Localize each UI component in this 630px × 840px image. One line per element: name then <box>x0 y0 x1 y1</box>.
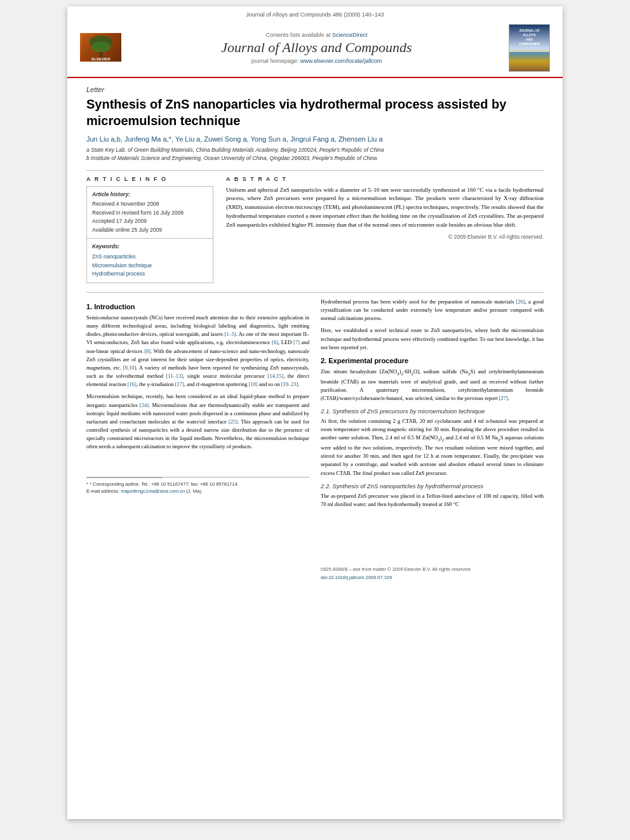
sub2-title: 2.2. Synthesis of ZnS nanoparticles by h… <box>321 483 544 490</box>
letter-label: Letter <box>86 86 544 93</box>
email-line: E-mail address: majunfengc1ma@sina.com.c… <box>86 488 309 495</box>
header-content: ELSEVIER Contents lists available at Sci… <box>80 22 550 77</box>
issn-line: 0925-8388/$ – see front matter © 2009 El… <box>321 566 544 573</box>
ref-9-10: [9,10] <box>123 364 137 371</box>
divider <box>86 170 544 171</box>
experimental-number: 2. <box>321 357 326 364</box>
homepage-url[interactable]: www.elsevier.com/locate/jallcom <box>300 58 382 64</box>
email-label: E-mail address: <box>86 488 119 494</box>
copyright-line: © 2009 Elsevier B.V. All rights reserved… <box>226 234 544 240</box>
cover-image: JOURNAL OFALLOYSANDCOMPOUNDS <box>509 24 550 72</box>
main-body: 1. Introduction Semiconductor nanocrysta… <box>86 298 544 582</box>
footer-section: * * Corresponding author. Tel.: +86 10 5… <box>86 477 309 495</box>
ref-19-23: [19–23] <box>281 381 298 387</box>
revised-date: Received in revised form 16 July 2009 <box>92 210 184 216</box>
doi-link[interactable]: doi:10.1016/j.jallcom.2009.07.109 <box>321 575 392 580</box>
received-date: Received 4 November 2008 <box>92 201 159 207</box>
article-info-header: A R T I C L E I N F O <box>86 176 213 182</box>
journal-homepage: journal homepage: www.elsevier.com/locat… <box>131 58 502 64</box>
accepted-date: Accepted 17 July 2009 <box>92 218 147 224</box>
svg-text:ELSEVIER: ELSEVIER <box>91 57 111 61</box>
body-content: Letter Synthesis of ZnS nanoparticles vi… <box>67 78 563 594</box>
abstract-text: Uniform and spherical ZnS nanoparticles … <box>226 186 544 230</box>
experimental-title-text: Experimental procedure <box>328 357 408 364</box>
intro-title: 1. Introduction <box>86 303 309 310</box>
main-col-right: Hydrothermal process has been widely use… <box>321 298 544 582</box>
contents-label: Contents lists available at <box>265 32 330 38</box>
intro-number: 1. <box>86 303 92 310</box>
ref-16: [16] <box>128 381 137 387</box>
sub2-text: The as-prepared ZnS precursor was placed… <box>321 492 544 509</box>
ref-17: [17] <box>175 381 184 387</box>
ref-8: [8] <box>144 348 151 354</box>
article-info-box: Article history: Received 4 November 200… <box>86 186 213 239</box>
sub1-text: At first, the solution containing 2 g CT… <box>321 417 544 477</box>
affiliation-a: a State Key Lab. of Green Building Mater… <box>86 146 544 154</box>
experimental-intro: Zinc nitrate hexahydrate [Zn(NO3)2·6H2O]… <box>321 368 544 403</box>
homepage-label: journal homepage: <box>251 58 299 64</box>
hydrothermal-para: Hydrothermal process has been widely use… <box>321 298 544 323</box>
ref-1-5: [1–5] <box>224 331 236 337</box>
intro-para-1: Semiconductor nanocrystals (NCs) have re… <box>86 314 309 389</box>
keywords-label: Keywords: <box>92 243 208 251</box>
ref-26: [26] <box>516 298 525 305</box>
history-label: Article history: <box>92 190 208 199</box>
journal-ref: Journal of Alloys and Compounds 486 (200… <box>246 11 384 18</box>
elsevier-logo-image: ELSEVIER <box>80 33 121 62</box>
keyword-3: Hydrothermal process <box>92 270 208 279</box>
sub1-title: 2.1. Synthesis of ZnS precursors by micr… <box>321 408 544 415</box>
sciencedirect-line: Contents lists available at ScienceDirec… <box>131 32 502 38</box>
elsevier-logo: ELSEVIER <box>80 33 124 63</box>
keyword-2: Microemulsion technique <box>92 262 208 270</box>
intro-para-2: Microemulsion technique, recently, has b… <box>86 392 309 451</box>
email-link[interactable]: majunfengc1ma@sina.com.cn <box>121 488 185 494</box>
abstract-header: A B S T R A C T <box>226 176 544 182</box>
journal-title-center: Contents lists available at ScienceDirec… <box>124 32 509 64</box>
intro-title-text: Introduction <box>94 303 135 310</box>
sciencedirect-link[interactable]: ScienceDirect <box>332 32 368 38</box>
journal-name: Journal of Alloys and Compounds <box>131 39 502 56</box>
cover-title-text: JOURNAL OFALLOYSANDCOMPOUNDS <box>511 27 548 48</box>
keyword-1: ZnS nanoparticles <box>92 253 208 262</box>
elsevier-tree-icon: ELSEVIER <box>82 34 120 61</box>
ref-25: [25] <box>229 418 238 425</box>
article-title: Synthesis of ZnS nanoparticles via hydro… <box>86 96 544 129</box>
svg-point-2 <box>91 41 111 53</box>
main-col-left: 1. Introduction Semiconductor nanocrysta… <box>86 298 309 582</box>
corresponding-author-note: * * Corresponding author. Tel.: +86 10 5… <box>86 481 309 488</box>
journal-cover: JOURNAL OFALLOYSANDCOMPOUNDS <box>509 24 550 72</box>
affiliations: a State Key Lab. of Green Building Mater… <box>86 146 544 163</box>
page: Journal of Alloys and Compounds 486 (200… <box>67 6 563 819</box>
journal-header: Journal of Alloys and Compounds 486 (200… <box>67 6 563 78</box>
doi-line: doi:10.1016/j.jallcom.2009.07.109 <box>321 574 544 581</box>
ref-6: [6] <box>272 339 278 345</box>
abstract-col: A B S T R A C T Uniform and spherical Zn… <box>226 176 544 283</box>
info-abstract-section: A R T I C L E I N F O Article history: R… <box>86 176 544 283</box>
novel-route-para: Here, we established a novel technical r… <box>321 326 544 352</box>
footer-bottom: 0925-8388/$ – see front matter © 2009 El… <box>321 566 544 582</box>
experimental-title: 2. Experimental procedure <box>321 357 544 364</box>
ref-11-13: [11–13] <box>166 373 183 379</box>
ref-24: [24] <box>140 402 149 408</box>
article-info-col: A R T I C L E I N F O Article history: R… <box>86 176 213 283</box>
divider-2 <box>86 292 544 293</box>
ref-7: [7] <box>293 339 300 345</box>
authors: Jun Liu a,b, Junfeng Ma a,*, Ye Liu a, Z… <box>86 135 544 143</box>
footnote-text-content: * Corresponding author. Tel.: +86 10 511… <box>90 481 239 487</box>
available-date: Available online 25 July 2009 <box>92 227 162 233</box>
keywords-box: Keywords: ZnS nanoparticles Microemulsio… <box>86 239 213 283</box>
affiliation-b: b Institute of Materials Science and Eng… <box>86 154 544 163</box>
ref-27: [27] <box>499 395 508 401</box>
ref-18: [18] <box>249 381 258 387</box>
journal-meta-top: Journal of Alloys and Compounds 486 (200… <box>80 11 550 18</box>
email-suffix: (J. Ma). <box>186 488 202 494</box>
ref-14-15: [14,15] <box>267 373 283 379</box>
